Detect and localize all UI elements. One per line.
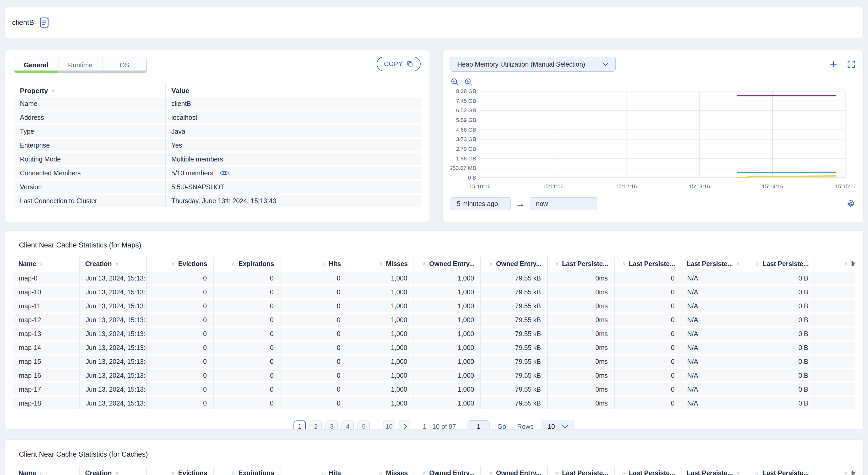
column-header-expirations-3[interactable]: ∧Expirations (213, 469, 280, 475)
add-chart-icon[interactable] (829, 60, 838, 68)
page-button-3[interactable]: 3 (326, 420, 338, 430)
table-row[interactable]: map-11Jun 13, 2024, 15:13:440001,0001,00… (12, 300, 856, 312)
eye-icon[interactable] (220, 170, 229, 176)
column-header-label: Creation (85, 469, 112, 475)
column-header-last-persiste-11[interactable]: ∧Last Persiste... (748, 469, 814, 475)
next-page-button[interactable] (399, 420, 411, 430)
fullscreen-icon[interactable] (847, 60, 856, 68)
table-cell: N/A (681, 383, 748, 395)
page-separator: – (374, 423, 378, 430)
table-row[interactable]: map-13Jun 13, 2024, 15:13:450001,0001,00… (12, 328, 856, 340)
column-header-owned-entry-6[interactable]: ∧Owned Entry... (413, 260, 480, 268)
table-cell: 0 (146, 328, 213, 340)
table-cell: 79.55 kB (480, 342, 547, 354)
table-row[interactable]: map-17Jun 13, 2024, 15:13:450001,0001,00… (12, 383, 856, 395)
tab-os[interactable]: OS (102, 57, 146, 73)
column-header-label: Misses (386, 469, 408, 475)
heap-memory-chart[interactable]: 8.38 GB7.45 GB6.52 GB5.59 GB4.66 GB3.73 … (451, 88, 856, 192)
column-divider (146, 257, 147, 409)
page-button-last[interactable]: 10 (383, 420, 395, 430)
table-cell: 0 (280, 369, 347, 381)
document-icon[interactable] (40, 17, 49, 28)
property-row: Version5.5.0-SNAPSHOT (13, 181, 421, 193)
zoom-in-icon[interactable] (464, 78, 473, 87)
table-cell: 0 (614, 355, 681, 367)
rows-per-page-select[interactable]: 10 (541, 420, 575, 429)
column-divider (80, 466, 80, 475)
column-header-last-persiste-10[interactable]: Last Persiste...∧ (681, 469, 748, 475)
table-cell: N/A (681, 397, 748, 409)
page-button-4[interactable]: 4 (341, 420, 354, 430)
column-header-label: Last Persiste... (763, 260, 809, 268)
table-cell: 0 (280, 314, 347, 326)
page-button-5[interactable]: 5 (358, 420, 370, 430)
column-header-creation-1[interactable]: Creation∧ (80, 260, 146, 268)
column-header-owned-entry-7[interactable]: ∧Owned Entry... (480, 469, 547, 475)
svg-text:15:15:16: 15:15:16 (835, 183, 856, 189)
sort-caret-icon: ∧ (755, 470, 759, 475)
svg-text:5.59 GB: 5.59 GB (456, 117, 476, 123)
column-header-last-persiste-8[interactable]: ∧Last Persiste... (547, 469, 614, 475)
property-table-body: NameclientBAddresslocalhostTypeJavaEnter… (13, 97, 421, 207)
column-header-owned-entry-7[interactable]: ∧Owned Entry... (480, 260, 547, 268)
time-to-input[interactable]: now (530, 197, 597, 210)
page-button-1[interactable]: 1 (293, 420, 306, 430)
column-header-last-persiste-8[interactable]: ∧Last Persiste... (547, 260, 614, 268)
column-header-label: Invalida (851, 260, 856, 268)
metric-selector[interactable]: Heap Memory Utilization (Manual Selectio… (451, 57, 616, 72)
table-cell: 1,000 (347, 328, 413, 340)
column-header-misses-5[interactable]: ∧Misses (347, 469, 413, 475)
column-header-expirations-3[interactable]: ∧Expirations (213, 260, 280, 268)
table-cell: 1,000 (413, 300, 480, 312)
column-header-last-persiste-11[interactable]: ∧Last Persiste... (748, 260, 814, 268)
tab-general[interactable]: General (14, 57, 58, 73)
table-cell: 0 (146, 314, 213, 326)
column-header-creation-1[interactable]: Creation∧ (80, 469, 146, 475)
sort-caret-icon: ∧ (51, 88, 55, 94)
column-header-evictions-2[interactable]: ∧Evictions (146, 260, 213, 268)
column-header-last-persiste-9[interactable]: ∧Last Persiste... (614, 469, 681, 475)
table-cell (814, 383, 856, 395)
table-row[interactable]: map-18Jun 13, 2024, 15:13:450001,0001,00… (12, 397, 856, 409)
column-header-misses-5[interactable]: ∧Misses (347, 260, 413, 268)
column-header-property[interactable]: Property ∧ (13, 87, 165, 95)
property-row: Last Connection to ClusterThursday, June… (13, 195, 421, 207)
zoom-out-icon[interactable] (451, 78, 459, 87)
page-button-2[interactable]: 2 (310, 420, 322, 430)
column-header-hits-4[interactable]: ∧Hits (280, 260, 347, 268)
column-divider (748, 257, 748, 409)
time-from-input[interactable]: 5 minutes ago (451, 197, 511, 210)
copy-button[interactable]: COPY (377, 57, 421, 71)
sort-caret-icon: ∧ (321, 261, 325, 267)
column-header-owned-entry-6[interactable]: ∧Owned Entry... (413, 469, 480, 475)
table-cell: 1,000 (413, 342, 480, 354)
column-header-invalida-12[interactable]: ∧Invalida (814, 469, 856, 475)
table-cell: N/A (681, 328, 748, 340)
column-header-evictions-2[interactable]: ∧Evictions (146, 469, 213, 475)
settings-gear-icon[interactable] (846, 199, 856, 208)
table-cell: Jun 13, 2024, 15:13:45 (80, 342, 146, 354)
column-header-label: Invalida (851, 469, 856, 475)
table-cell: map-15 (12, 355, 80, 367)
column-header-name-0[interactable]: Name∧ (12, 260, 80, 268)
goto-page-input[interactable] (468, 420, 490, 429)
table-row[interactable]: map-0Jun 13, 2024, 15:13:430001,0001,000… (12, 272, 856, 284)
tab-runtime[interactable]: Runtime (58, 57, 102, 73)
table-cell: 0 (614, 286, 681, 298)
sort-caret-icon: ∧ (844, 261, 848, 267)
table-cell: map-12 (12, 314, 80, 326)
table-row[interactable]: map-16Jun 13, 2024, 15:13:450001,0001,00… (12, 369, 856, 381)
column-header-name-0[interactable]: Name∧ (12, 469, 80, 475)
tab-label: Runtime (68, 61, 92, 69)
column-header-invalida-12[interactable]: ∧Invalida (814, 260, 856, 268)
go-button[interactable]: Go (497, 423, 506, 430)
column-header-hits-4[interactable]: ∧Hits (280, 469, 347, 475)
metric-selector-value: Heap Memory Utilization (Manual Selectio… (457, 61, 585, 68)
table-cell: 1,000 (347, 342, 413, 354)
table-row[interactable]: map-14Jun 13, 2024, 15:13:450001,0001,00… (12, 342, 856, 354)
column-header-last-persiste-10[interactable]: Last Persiste...∧ (681, 260, 748, 268)
table-row[interactable]: map-10Jun 13, 2024, 15:13:440001,0001,00… (12, 286, 856, 298)
table-row[interactable]: map-12Jun 13, 2024, 15:13:450001,0001,00… (12, 314, 856, 326)
table-row[interactable]: map-15Jun 13, 2024, 15:13:450001,0001,00… (12, 355, 856, 367)
column-header-last-persiste-9[interactable]: ∧Last Persiste... (614, 260, 681, 268)
